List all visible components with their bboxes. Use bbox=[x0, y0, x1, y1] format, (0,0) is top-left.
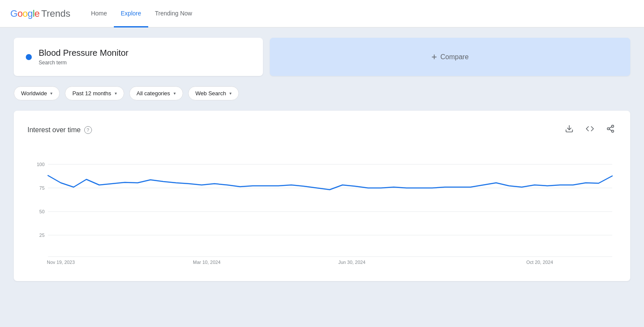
main-nav: Home Explore Trending Now bbox=[84, 0, 199, 27]
share-button[interactable] bbox=[604, 123, 617, 137]
chart-card: Interest over time ? bbox=[14, 111, 630, 281]
embed-button[interactable] bbox=[584, 123, 596, 137]
chart-actions bbox=[563, 123, 617, 137]
nav-home[interactable]: Home bbox=[84, 0, 114, 27]
chart-title-area: Interest over time ? bbox=[27, 126, 92, 134]
chart-container: 100 75 50 25 Nov 19, 2023 Mar 10, 2024 J… bbox=[27, 147, 617, 269]
search-term-type: Search term bbox=[39, 60, 251, 66]
filter-time-label: Past 12 months bbox=[72, 90, 111, 97]
compare-plus-icon: + bbox=[431, 51, 437, 63]
chevron-down-icon: ▾ bbox=[229, 91, 232, 96]
svg-line-5 bbox=[609, 127, 612, 128]
nav-trending-now[interactable]: Trending Now bbox=[148, 0, 199, 27]
filter-region[interactable]: Worldwide ▾ bbox=[14, 86, 60, 100]
x-label-oct: Oct 20, 2024 bbox=[526, 260, 553, 265]
search-area: Blood Pressure Monitor Search term + Com… bbox=[14, 38, 630, 76]
filters-row: Worldwide ▾ Past 12 months ▾ All categor… bbox=[14, 86, 630, 100]
chevron-down-icon: ▾ bbox=[50, 91, 52, 96]
logo[interactable]: Google Trends bbox=[10, 8, 70, 19]
x-label-nov: Nov 19, 2023 bbox=[47, 260, 75, 265]
filter-search-type-label: Web Search bbox=[195, 90, 226, 97]
y-label-50: 50 bbox=[40, 209, 45, 214]
compare-card[interactable]: + Compare bbox=[270, 38, 630, 76]
chart-header: Interest over time ? bbox=[27, 123, 617, 137]
filter-region-label: Worldwide bbox=[21, 90, 47, 97]
search-info: Blood Pressure Monitor Search term bbox=[39, 48, 251, 66]
nav-explore[interactable]: Explore bbox=[114, 0, 148, 27]
chevron-down-icon: ▾ bbox=[115, 91, 117, 96]
chevron-down-icon: ▾ bbox=[174, 91, 176, 96]
logo-trends-text: Trends bbox=[41, 8, 70, 19]
y-label-75: 75 bbox=[40, 185, 45, 191]
compare-label: Compare bbox=[440, 53, 469, 61]
y-label-25: 25 bbox=[40, 233, 45, 238]
logo-google-text: Google bbox=[10, 8, 40, 19]
search-card: Blood Pressure Monitor Search term bbox=[14, 38, 263, 76]
filter-time[interactable]: Past 12 months ▾ bbox=[65, 86, 124, 100]
search-dot bbox=[26, 54, 32, 60]
main-content: Blood Pressure Monitor Search term + Com… bbox=[0, 27, 644, 291]
app-header: Google Trends Home Explore Trending Now bbox=[0, 0, 644, 27]
search-term-name: Blood Pressure Monitor bbox=[39, 48, 251, 58]
share-icon bbox=[606, 124, 615, 133]
filter-search-type[interactable]: Web Search ▾ bbox=[188, 86, 239, 100]
y-label-100: 100 bbox=[37, 162, 45, 167]
svg-line-4 bbox=[609, 129, 612, 130]
chart-title: Interest over time bbox=[27, 126, 81, 134]
download-icon bbox=[565, 124, 574, 133]
trend-line bbox=[48, 176, 612, 190]
help-icon[interactable]: ? bbox=[84, 126, 92, 134]
x-label-mar: Mar 10, 2024 bbox=[193, 260, 220, 265]
download-button[interactable] bbox=[563, 123, 575, 137]
filter-category-label: All categories bbox=[137, 90, 170, 97]
trend-chart-svg: 100 75 50 25 Nov 19, 2023 Mar 10, 2024 J… bbox=[27, 147, 617, 267]
embed-icon bbox=[586, 124, 594, 133]
x-label-jun: Jun 30, 2024 bbox=[338, 260, 365, 265]
filter-category[interactable]: All categories ▾ bbox=[129, 86, 183, 100]
